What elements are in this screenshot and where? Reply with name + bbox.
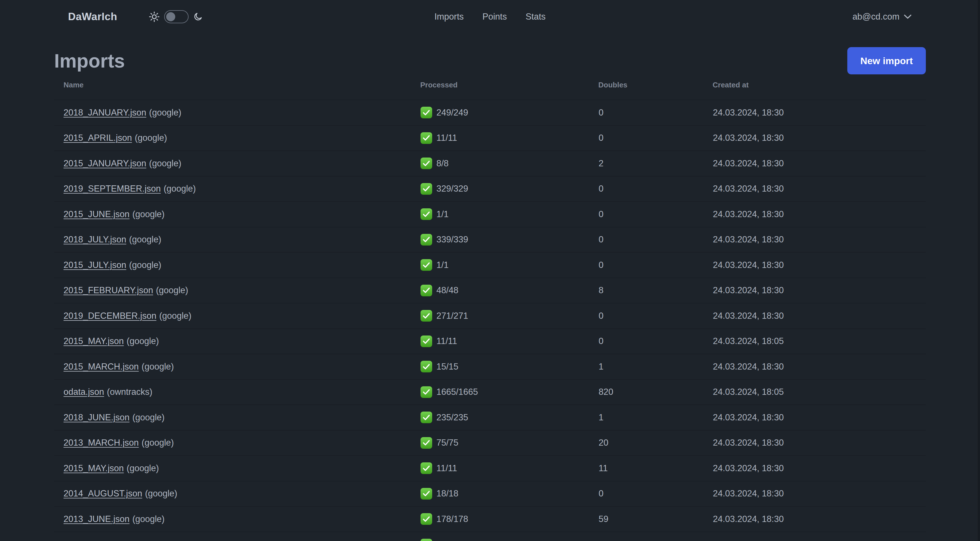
account-menu[interactable]: ab@cd.com xyxy=(853,12,912,22)
name-cell: 2014_AUGUST.json(google) xyxy=(54,481,420,507)
processed-count: 18/18 xyxy=(436,488,458,499)
success-check-icon xyxy=(420,437,432,449)
created-at-cell: 24.03.2024, 18:30 xyxy=(713,151,926,176)
name-cell: 2018_JULY.json(google) xyxy=(54,227,420,253)
toggle-knob xyxy=(166,12,175,21)
import-source: (owntracks) xyxy=(107,387,152,397)
processed-cell: 1665/1665 xyxy=(420,380,598,405)
import-file-link[interactable]: 2015_JULY.json xyxy=(64,260,126,270)
import-file-link[interactable]: 2018_JULY.json xyxy=(64,235,126,244)
main-nav: Imports Points Stats xyxy=(434,12,546,22)
name-cell: 2015_JULY.json(google) xyxy=(54,252,420,278)
import-file-link[interactable]: 2019_DECEMBER.json xyxy=(64,311,156,321)
processed-count: 1/1 xyxy=(436,209,449,219)
column-header-name: Name xyxy=(54,74,420,100)
table-row: 2015_MARCH.json(google) 15/15 1 24.03.20… xyxy=(54,354,926,380)
processed-count: 11/11 xyxy=(436,336,457,346)
name-cell: 2015_JUNE.json(google) xyxy=(54,201,420,227)
created-at-cell: 24.03.2024, 18:30 xyxy=(713,252,926,278)
created-at-cell: 24.03.2024, 18:05 xyxy=(713,329,926,354)
column-header-doubles: Doubles xyxy=(598,74,713,100)
success-check-icon xyxy=(420,234,432,246)
processed-count: 8/8 xyxy=(436,158,449,169)
processed-count: 11/11 xyxy=(436,463,457,474)
processed-count: 75/75 xyxy=(436,438,458,448)
column-header-processed: Processed xyxy=(420,74,598,100)
theme-toggle[interactable] xyxy=(164,10,189,23)
doubles-cell: 0 xyxy=(598,126,713,151)
success-check-icon xyxy=(420,462,432,474)
nav-link-points[interactable]: Points xyxy=(482,12,507,22)
new-import-button[interactable]: New import xyxy=(847,47,926,74)
table-header-row: Name Processed Doubles Created at xyxy=(54,74,926,100)
table-row: 2013_MARCH.json(google) 75/75 20 24.03.2… xyxy=(54,430,926,456)
table-row: 2019_DECEMBER.json(google) 271/271 0 24.… xyxy=(54,303,926,329)
success-check-icon xyxy=(420,488,432,500)
scrollbar[interactable] xyxy=(977,0,980,541)
name-cell: odata.json(owntracks) xyxy=(54,380,420,405)
import-source: (google) xyxy=(129,235,161,244)
processed-count: 1665/1665 xyxy=(436,387,478,397)
import-file-link[interactable]: 2015_JUNE.json xyxy=(64,209,130,219)
processed-cell: 75/75 xyxy=(420,430,598,456)
app-logo[interactable]: DaWarIch xyxy=(68,11,117,23)
nav-link-imports[interactable]: Imports xyxy=(434,12,464,22)
name-cell: 2015_APRIL.json(google) xyxy=(54,126,420,151)
doubles-cell: 0 xyxy=(598,481,713,507)
created-at-cell: 24.03.2024, 18:30 xyxy=(713,100,926,126)
processed-cell: 249/249 xyxy=(420,100,598,126)
chevron-down-icon xyxy=(904,14,912,19)
nav-link-stats[interactable]: Stats xyxy=(525,12,546,22)
processed-cell: 18/18 xyxy=(420,481,598,507)
processed-count: 178/178 xyxy=(436,514,468,524)
import-file-link[interactable]: 2015_JANUARY.json xyxy=(64,158,146,168)
success-check-icon xyxy=(420,310,432,322)
name-cell: 2015_MAY.json(google) xyxy=(54,456,420,481)
import-source: (google) xyxy=(132,514,165,524)
import-source: (google) xyxy=(149,158,181,168)
success-check-icon xyxy=(420,513,432,525)
import-file-link[interactable]: 2018_JUNE.json xyxy=(64,412,130,422)
processed-cell: 11/11 xyxy=(420,456,598,481)
success-check-icon xyxy=(420,259,432,271)
created-at-cell: 24.03.2024, 18:30 xyxy=(713,201,926,227)
import-file-link[interactable]: odata.json xyxy=(64,387,104,397)
import-file-link[interactable]: 2015_MAY.json xyxy=(64,463,124,473)
import-source: (google) xyxy=(145,488,177,498)
table-row: odata.json(owntracks) 1665/1665 820 24.0… xyxy=(54,380,926,405)
doubles-cell: 0 xyxy=(598,252,713,278)
processed-cell: 1/1 xyxy=(420,201,598,227)
doubles-cell: 0 xyxy=(598,176,713,202)
import-file-link[interactable]: 2015_APRIL.json xyxy=(64,133,132,143)
import-file-link[interactable]: 2015_MARCH.json xyxy=(64,362,138,372)
import-file-link[interactable]: 2018_JANUARY.json xyxy=(64,108,146,118)
doubles-cell: 59 xyxy=(598,506,713,532)
table-row: 2015_JUNE.json(google) 1/1 0 24.03.2024,… xyxy=(54,201,926,227)
import-file-link[interactable]: 2014_AUGUST.json xyxy=(64,488,142,498)
imports-table-body: 2018_JANUARY.json(google) 249/249 0 24.0… xyxy=(54,100,926,541)
success-check-icon xyxy=(420,208,432,220)
import-source: (google) xyxy=(127,463,159,473)
success-check-icon xyxy=(420,412,432,423)
import-file-link[interactable]: 2013_MARCH.json xyxy=(64,438,138,448)
main-content: Imports New import Name Processed Double… xyxy=(0,47,980,541)
import-source: (google) xyxy=(156,285,188,295)
import-file-link[interactable]: 2015_MAY.json xyxy=(64,336,124,346)
table-row: 2018_JULY.json(google) 339/339 0 24.03.2… xyxy=(54,227,926,253)
doubles-cell: 1 xyxy=(598,354,713,380)
import-source: (google) xyxy=(127,336,159,346)
table-row: 2015_JANUARY.json(google) 8/8 2 24.03.20… xyxy=(54,151,926,176)
import-file-link[interactable]: 2013_JUNE.json xyxy=(64,514,130,524)
table-row: 2014_AUGUST.json(google) 18/18 0 24.03.2… xyxy=(54,481,926,507)
processed-cell: 11/11 xyxy=(420,329,598,354)
processed-count: 329/329 xyxy=(436,184,468,194)
processed-cell: 8/8 xyxy=(420,151,598,176)
import-source: (google) xyxy=(135,133,167,143)
import-file-link[interactable]: 2015_FEBRUARY.json xyxy=(64,285,153,295)
table-row xyxy=(54,532,926,541)
created-at-cell: 24.03.2024, 18:30 xyxy=(713,456,926,481)
import-file-link[interactable]: 2019_SEPTEMBER.json xyxy=(64,184,161,193)
processed-cell: 329/329 xyxy=(420,176,598,202)
processed-count: 339/339 xyxy=(436,235,468,245)
navbar: DaWarIch Imports Points xyxy=(0,0,980,34)
